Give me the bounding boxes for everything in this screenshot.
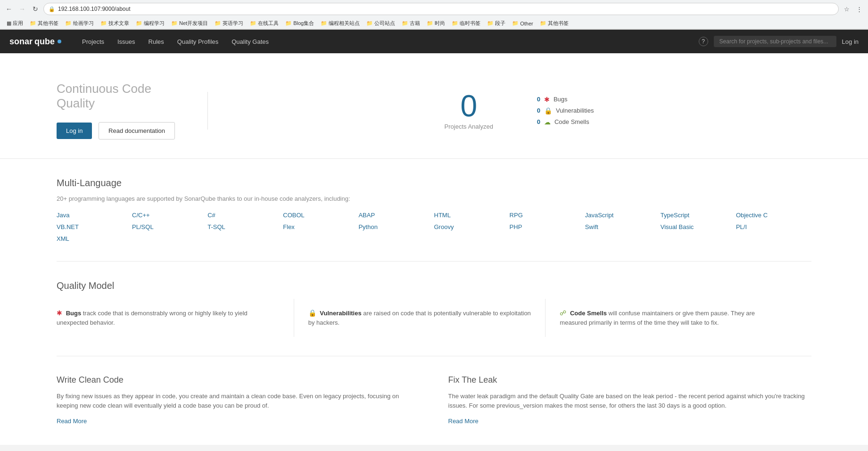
folder-icon: 📁 bbox=[512, 20, 519, 26]
help-icon[interactable]: ? bbox=[699, 37, 708, 46]
bookmark-label: 编程相关站点 bbox=[329, 20, 360, 27]
vuln-quality-title: Vulnerabilities bbox=[320, 310, 361, 317]
bookmark-fashion[interactable]: 📁 时尚 bbox=[424, 19, 448, 28]
reload-button[interactable]: ↻ bbox=[30, 4, 41, 14]
nav-projects[interactable]: Projects bbox=[75, 31, 111, 52]
folder-icon: 📁 bbox=[65, 20, 72, 26]
lang-php[interactable]: PHP bbox=[510, 223, 585, 230]
bookmark-coding[interactable]: 📁 编程学习 bbox=[133, 19, 167, 28]
bookmark-net[interactable]: 📁 Net开发项目 bbox=[168, 19, 211, 28]
folder-icon: 📁 bbox=[250, 20, 256, 26]
folder-icon: 📁 bbox=[452, 20, 458, 26]
lang-objectivec[interactable]: Objective C bbox=[736, 212, 811, 219]
bookmark-other2[interactable]: 📁 Other bbox=[509, 19, 536, 27]
bookmark-jokes[interactable]: 📁 段子 bbox=[484, 19, 508, 28]
bugs-icon: ✱ bbox=[544, 96, 550, 103]
folder-icon: 📁 bbox=[487, 20, 494, 26]
bookmark-other3[interactable]: 📁 其他书签 bbox=[537, 19, 571, 28]
bookmark-label: 临时书签 bbox=[460, 20, 480, 27]
bookmark-english[interactable]: 📁 英语学习 bbox=[212, 19, 246, 28]
bookmark-tech[interactable]: 📁 技术文章 bbox=[98, 19, 132, 28]
lang-flex[interactable]: Flex bbox=[283, 223, 358, 230]
bookmark-label: 公司站点 bbox=[374, 20, 395, 27]
hero-title: Continuous Code Quality bbox=[57, 82, 189, 111]
hero-divider bbox=[207, 92, 208, 130]
lang-html[interactable]: HTML bbox=[434, 212, 510, 219]
lang-cobol[interactable]: COBOL bbox=[283, 212, 358, 219]
read-docs-button[interactable]: Read documentation bbox=[99, 122, 175, 139]
fix-the-leak-text: The water leak paradigm and the default … bbox=[448, 392, 812, 411]
quality-model-section: Quality Model ✱ Bugs track code that is … bbox=[0, 262, 868, 356]
bookmark-label: Blog集合 bbox=[293, 20, 314, 27]
lang-tsql[interactable]: T-SQL bbox=[207, 223, 283, 230]
lang-swift[interactable]: Swift bbox=[585, 223, 661, 230]
lang-javascript[interactable]: JavaScript bbox=[585, 212, 661, 219]
language-grid: Java C/C++ C# COBOL ABAP HTML RPG JavaSc… bbox=[57, 212, 811, 242]
fix-the-leak-read-more[interactable]: Read More bbox=[448, 418, 479, 425]
bookmark-label: 在线工具 bbox=[258, 20, 279, 27]
folder-icon: 📁 bbox=[366, 20, 373, 26]
lang-cpp[interactable]: C/C++ bbox=[132, 212, 207, 219]
lock-icon: 🔒 bbox=[49, 6, 55, 12]
bookmark-label: 英语学习 bbox=[223, 20, 243, 27]
main-nav: Projects Issues Rules Quality Profiles Q… bbox=[75, 31, 275, 52]
bookmark-other1[interactable]: 📁 其他书签 bbox=[27, 19, 61, 28]
bugs-label: Bugs bbox=[554, 96, 568, 103]
nav-issues[interactable]: Issues bbox=[111, 31, 142, 52]
bookmark-blog[interactable]: 📁 Blog集合 bbox=[282, 19, 317, 28]
lang-java[interactable]: Java bbox=[57, 212, 132, 219]
lang-typescript[interactable]: TypeScript bbox=[661, 212, 736, 219]
lang-pli[interactable]: PL/I bbox=[736, 223, 811, 230]
menu-button[interactable]: ⋮ bbox=[854, 4, 864, 14]
search-input[interactable] bbox=[714, 36, 836, 47]
smell-quality-title: Code Smells bbox=[570, 310, 607, 317]
bookmark-label: 其他书签 bbox=[548, 20, 569, 27]
stat-details: 0 ✱ Bugs 0 🔒 Vulnerabilities 0 ☁ Code Sm… bbox=[531, 96, 594, 126]
folder-icon: 📁 bbox=[136, 20, 142, 26]
bookmark-tools[interactable]: 📁 在线工具 bbox=[247, 19, 281, 28]
lang-python[interactable]: Python bbox=[358, 223, 434, 230]
login-button[interactable]: Log in bbox=[57, 123, 92, 139]
logo-sonar: sonar bbox=[9, 37, 33, 47]
nav-quality-gates[interactable]: Quality Gates bbox=[225, 31, 275, 52]
bookmark-company[interactable]: 📁 公司站点 bbox=[364, 19, 398, 28]
lang-xml[interactable]: XML bbox=[57, 235, 132, 242]
code-smells-icon: ☁ bbox=[544, 118, 551, 126]
bottom-section: Write Clean Code By fixing new issues as… bbox=[0, 356, 868, 444]
address-bar[interactable]: 🔒 192.168.100.107:9000/about bbox=[43, 3, 839, 15]
back-button[interactable]: ← bbox=[4, 4, 14, 14]
quality-model-grid: ✱ Bugs track code that is demonstrably w… bbox=[57, 299, 811, 337]
bookmark-ancient[interactable]: 📁 古籍 bbox=[399, 19, 423, 28]
bookmark-temp[interactable]: 📁 临时书签 bbox=[449, 19, 483, 28]
nav-quality-profiles[interactable]: Quality Profiles bbox=[171, 31, 225, 52]
forward-button[interactable]: → bbox=[17, 4, 27, 14]
bugs-count: 0 bbox=[531, 96, 540, 103]
vulnerabilities-count: 0 bbox=[531, 107, 540, 114]
url-text: 192.168.100.107:9000/about bbox=[58, 6, 130, 12]
bookmark-coding-sites[interactable]: 📁 编程相关站点 bbox=[318, 19, 363, 28]
code-smells-count: 0 bbox=[531, 118, 540, 125]
login-link[interactable]: Log in bbox=[842, 38, 859, 45]
write-clean-code-read-more[interactable]: Read More bbox=[57, 418, 87, 425]
lang-groovy[interactable]: Groovy bbox=[434, 223, 510, 230]
lang-rpg[interactable]: RPG bbox=[510, 212, 585, 219]
lang-csharp[interactable]: C# bbox=[207, 212, 283, 219]
lang-vbnet[interactable]: VB.NET bbox=[57, 223, 132, 230]
lang-visualbasic[interactable]: Visual Basic bbox=[661, 223, 736, 230]
lang-plsql[interactable]: PL/SQL bbox=[132, 223, 207, 230]
bookmark-apps[interactable]: ▦ 应用 bbox=[4, 19, 26, 28]
folder-icon: 📁 bbox=[215, 20, 221, 26]
code-smells-label: Code Smells bbox=[554, 118, 589, 125]
vulnerabilities-quality-card: 🔒 Vulnerabilities are raised on code tha… bbox=[308, 299, 546, 337]
browser-toolbar: ← → ↻ 🔒 192.168.100.107:9000/about ☆ ⋮ bbox=[0, 0, 868, 18]
nav-rules[interactable]: Rules bbox=[142, 31, 171, 52]
hero-stats: 0 Projects Analyzed 0 ✱ Bugs 0 🔒 Vulnera… bbox=[227, 91, 811, 130]
multilanguage-subtitle: 20+ programming languages are supported … bbox=[57, 195, 811, 202]
bookmark-button[interactable]: ☆ bbox=[842, 4, 852, 14]
bookmark-drawing[interactable]: 📁 绘画学习 bbox=[62, 19, 97, 28]
vuln-quality-icon: 🔒 bbox=[308, 309, 316, 317]
bookmark-label: 绘画学习 bbox=[73, 20, 94, 27]
lang-abap[interactable]: ABAP bbox=[358, 212, 434, 219]
vulnerabilities-label: Vulnerabilities bbox=[556, 107, 594, 114]
multilanguage-section: Multi-Language 20+ programming languages… bbox=[0, 159, 868, 261]
